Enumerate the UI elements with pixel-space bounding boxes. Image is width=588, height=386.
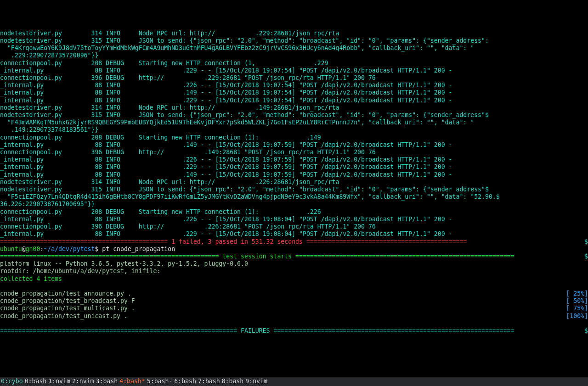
log-line: connectionpool.py 396 DEBUG http:// .229… — [0, 74, 588, 82]
tmux-window-0[interactable]: 0:bash — [24, 378, 48, 385]
test-progress: [ 50%] — [566, 297, 588, 305]
log-line: nodetestdriver.py 315 INFO JSON to send:… — [0, 37, 588, 45]
log-cont: "F5ciEZFQzy7Ln4QDtqR4d415ih6gBHtb8CY8gPD… — [0, 193, 588, 201]
test-result: cnode_propagation/test_broadcast.py F[ 5… — [0, 297, 588, 305]
tmux-window-5[interactable]: 5:bash- — [146, 378, 174, 385]
terminal-output[interactable]: nodetestdriver.py 314 INFO Node RPC url:… — [0, 30, 588, 335]
log-line: _internal.py 88 INFO .226 - - [15/Oct/20… — [0, 216, 588, 223]
test-progress: [100%] — [566, 313, 588, 320]
log-line: _internal.py 88 INFO .229 - - [15/Oct/20… — [0, 67, 588, 74]
log-line: _internal.py 88 INFO .229 - - [15/Oct/20… — [0, 230, 588, 238]
log-line: _internal.py 88 INFO .149 - - [15/Oct/20… — [0, 89, 588, 96]
test-progress: [ 25%] — [566, 290, 588, 297]
prev-summary: ========================================… — [0, 238, 588, 246]
log-line: nodetestdriver.py 315 INFO JSON to send:… — [0, 186, 588, 193]
tmux-window-3[interactable]: 3:bash — [95, 378, 119, 385]
log-line: connectionpool.py 208 DEBUG Starting new… — [0, 208, 588, 216]
tmux-window-8[interactable]: 8:bash — [221, 378, 245, 385]
log-cont: .149:2290733748183561"}} — [0, 126, 588, 134]
log-line: _internal.py 88 INFO .149 - - [15/Oct/20… — [0, 141, 588, 149]
log-line: _internal.py 88 INFO .226 - - [15/Oct/20… — [0, 156, 588, 163]
collected-line: collected 4 items — [0, 275, 588, 283]
tmux-window-6[interactable]: 6:bash — [173, 378, 197, 385]
log-cont: "F4KrqowwEoY6K9J8dV75toToyYYmHdMbkWgFCm4… — [0, 45, 588, 52]
prompt-line[interactable]: ubuntu@gn00:~/a/dev/pytest$ pt cnode_pro… — [0, 246, 588, 253]
tmux-window-9[interactable]: 9:nvim — [244, 378, 268, 385]
log-cont: 36.226:2290738761700695"}} — [0, 201, 588, 208]
log-line: _internal.py 88 INFO .229 - - [15/Oct/20… — [0, 163, 588, 171]
tmux-statusbar: 0:cybo 0:bash 1:nvim 2:nvim 3:bash 4:bas… — [0, 377, 588, 386]
tmux-window-7[interactable]: 7:bash — [197, 378, 221, 385]
tmux-window-2[interactable]: 2:nvim — [71, 378, 95, 385]
command-input: pt cnode_propagation — [102, 246, 175, 252]
log-line: nodetestdriver.py 314 INFO Node RPC url:… — [0, 179, 588, 186]
log-cont: "F43mWAMKqTM5uhxG2kjyrRS9QBEGYS9PmbEUBYQ… — [0, 119, 588, 126]
test-result: cnode_propagation/test_announce.py .[ 25… — [0, 290, 588, 297]
blank-line — [0, 283, 588, 290]
log-line: nodetestdriver.py 314 INFO Node RPC url:… — [0, 30, 588, 37]
log-line: connectionpool.py 208 DEBUG Starting new… — [0, 60, 588, 67]
log-line: connectionpool.py 396 DEBUG http:// .149… — [0, 149, 588, 156]
log-line: _internal.py 88 INFO .226 - - [15/Oct/20… — [0, 82, 588, 89]
tmux-window-1[interactable]: 1:nvim — [47, 378, 71, 385]
tmux-window-4[interactable]: 4:bash* — [119, 378, 146, 385]
session-header: ========================================… — [0, 253, 588, 260]
platform-line: platform linux -- Python 3.6.5, pytest-3… — [0, 260, 588, 268]
log-line: nodetestdriver.py 314 INFO Node RPC url:… — [0, 104, 588, 112]
log-line: connectionpool.py 396 DEBUG http:// .226… — [0, 223, 588, 230]
log-cont: .229:2290728735720096"}} — [0, 52, 588, 59]
log-line: connectionpool.py 208 DEBUG Starting new… — [0, 134, 588, 141]
test-result: cnode_propagation/test_multicast.py .[ 7… — [0, 305, 588, 312]
log-line: _internal.py 88 INFO .149 - - [15/Oct/20… — [0, 171, 588, 179]
test-progress: [ 75%] — [566, 305, 588, 312]
blank-line — [0, 320, 588, 327]
log-line: _internal.py 88 INFO .229 - - [15/Oct/20… — [0, 97, 588, 104]
log-line: nodetestdriver.py 315 INFO JSON to send:… — [0, 112, 588, 119]
test-result: cnode_propagation/test_unicast.py .[100%… — [0, 313, 588, 320]
failures-header: ========================================… — [0, 327, 588, 335]
rootdir-line: rootdir: /home/ubuntu/a/dev/pytest, inif… — [0, 268, 588, 275]
tmux-session-name[interactable]: 0:cybo — [0, 378, 24, 385]
